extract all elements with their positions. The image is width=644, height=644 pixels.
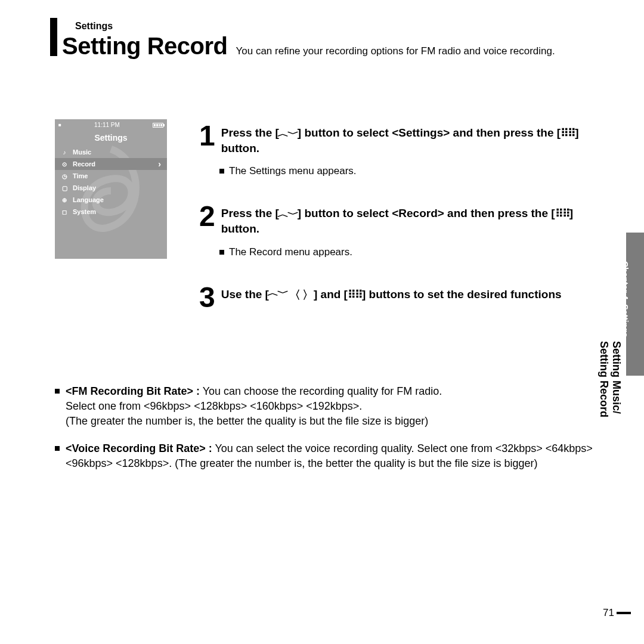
device-item-record: ⊙Record bbox=[55, 158, 167, 170]
device-screen-title: Settings bbox=[55, 131, 167, 146]
time-icon: ◷ bbox=[61, 173, 68, 179]
step-1-note: The Settings menu appears. bbox=[219, 165, 608, 177]
nav-icon: ︿ ﹀ 〈 〉 bbox=[269, 287, 314, 303]
page-title: Setting Record bbox=[62, 33, 227, 60]
device-play-icon: ■ bbox=[58, 122, 61, 128]
language-icon: ⊕ bbox=[61, 197, 68, 203]
device-screenshot: ■ 11:11 PM Settings ♪Music ⊙Record ◷Time… bbox=[55, 119, 167, 259]
record-icon: ⊙ bbox=[61, 161, 68, 168]
bullet-icon bbox=[219, 169, 224, 174]
intro-text: You can refine your recording options fo… bbox=[236, 45, 614, 62]
display-icon: ▢ bbox=[61, 185, 68, 191]
device-item-system: ◻System bbox=[55, 206, 167, 218]
header-accent-bar bbox=[50, 18, 57, 56]
step-3-text: Use the [︿ ﹀ 〈 〉] and [⠿⠿] buttons to se… bbox=[221, 287, 562, 303]
chapter-tab-label: Chapter 4. Settings bbox=[620, 259, 630, 277]
bullet-icon bbox=[219, 250, 224, 255]
updown-icon: ︿ ﹀ bbox=[279, 128, 298, 140]
page-header: Settings Setting Record You can refine y… bbox=[62, 21, 614, 62]
device-item-music: ♪Music bbox=[55, 146, 167, 158]
step-3-num: 3 bbox=[199, 286, 215, 310]
step-2-num: 2 bbox=[199, 205, 215, 229]
bullet-icon bbox=[55, 446, 60, 451]
music-icon: ♪ bbox=[61, 149, 68, 156]
step-1-text: Press the [︿ ﹀] button to select <Settin… bbox=[221, 125, 608, 156]
steps-area: 1 Press the [︿ ﹀] button to select <Sett… bbox=[199, 125, 608, 338]
device-time: 11:11 PM bbox=[94, 122, 120, 128]
page-number: 71 bbox=[603, 607, 614, 619]
grid-icon: ⠿⠿ bbox=[561, 126, 575, 141]
grid-icon: ⠿⠿ bbox=[555, 206, 569, 222]
option-label: <FM Recording Bit Rate> : bbox=[66, 385, 200, 397]
chapter-tab: Chapter 4. Settings bbox=[626, 233, 644, 376]
device-item-label: Record bbox=[73, 160, 95, 168]
option-fm-bitrate: <FM Recording Bit Rate> : You can choose… bbox=[55, 384, 608, 429]
device-item-label: Time bbox=[73, 172, 88, 179]
option-label: <Voice Recording Bit Rate> : bbox=[66, 442, 212, 454]
battery-icon bbox=[153, 123, 163, 128]
section-line1: Setting Music/ bbox=[610, 341, 623, 417]
step-1: 1 Press the [︿ ﹀] button to select <Sett… bbox=[199, 125, 608, 177]
device-item-language: ⊕Language bbox=[55, 194, 167, 206]
category-label: Settings bbox=[75, 21, 614, 32]
section-label: Setting Music/ Setting Record bbox=[598, 341, 623, 417]
step-2: 2 Press the [︿ ﹀] button to select <Reco… bbox=[199, 206, 608, 258]
step-2-note: The Record menu appears. bbox=[219, 246, 608, 258]
option-voice-bitrate: <Voice Recording Bit Rate> : You can sel… bbox=[55, 441, 608, 471]
section-line2: Setting Record bbox=[598, 341, 611, 417]
device-item-label: Music bbox=[73, 148, 91, 156]
bullet-icon bbox=[55, 389, 60, 394]
system-icon: ◻ bbox=[61, 209, 68, 215]
footer-accent bbox=[617, 613, 631, 614]
updown-icon: ︿ ﹀ bbox=[279, 209, 298, 220]
step-3: 3 Use the [︿ ﹀ 〈 〉] and [⠿⠿] buttons to … bbox=[199, 287, 608, 310]
device-item-label: Display bbox=[73, 184, 96, 191]
device-item-display: ▢Display bbox=[55, 182, 167, 194]
step-1-num: 1 bbox=[199, 124, 215, 148]
options-list: <FM Recording Bit Rate> : You can choose… bbox=[55, 384, 608, 483]
grid-icon: ⠿⠿ bbox=[348, 287, 362, 303]
device-item-time: ◷Time bbox=[55, 170, 167, 182]
step-2-text: Press the [︿ ﹀] button to select <Record… bbox=[221, 206, 608, 236]
device-item-label: System bbox=[73, 208, 96, 215]
device-item-label: Language bbox=[73, 196, 104, 203]
